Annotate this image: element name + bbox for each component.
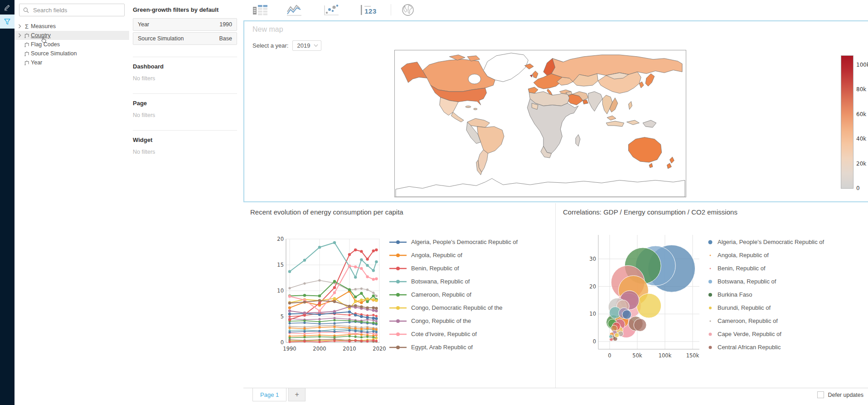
hierarchy-icon: [23, 42, 31, 47]
toolbar-separator: [391, 4, 391, 15]
tree-item-flag-codes[interactable]: Flag Codes: [15, 40, 129, 49]
defer-updates-checkbox[interactable]: [817, 391, 824, 398]
search-fields-box[interactable]: [19, 4, 125, 16]
hierarchy-icon: [23, 33, 31, 38]
legend-label: Central African Republic: [718, 344, 781, 351]
legend-dot-swatch: [707, 332, 713, 337]
tree-item-year[interactable]: Year: [15, 58, 129, 67]
filter-section-title: Page: [133, 100, 237, 107]
legend-item[interactable]: Egypt, Arab Republic of: [389, 341, 518, 354]
filter-value: Base: [219, 35, 233, 42]
legend-item[interactable]: Central African Republic: [707, 341, 824, 354]
scatter-plot-button[interactable]: [321, 3, 341, 17]
world-choropleth-map[interactable]: [394, 50, 686, 197]
page-tab[interactable]: Page 1: [252, 388, 286, 401]
legend-label: Botswana, Republic of: [718, 278, 776, 285]
map-color-legend: [841, 55, 853, 189]
legend-item[interactable]: Burkina Faso: [707, 288, 824, 301]
edit-tool-button[interactable]: [0, 0, 15, 14]
legend-item[interactable]: Angola, Republic of: [707, 249, 824, 262]
legend-item[interactable]: Congo, Republic of the: [389, 314, 518, 327]
legend-dot-swatch: [707, 253, 713, 258]
legend-label: Botswana, Republic of: [411, 278, 470, 285]
legend-tick-label: 100k: [856, 62, 868, 68]
fields-panel: ΣMeasuresCountryFlag CodesSource Simulat…: [15, 0, 129, 405]
legend-item[interactable]: Benin, Republic of: [707, 262, 824, 275]
legend-tick-label: 60k: [856, 111, 866, 117]
legend-line-swatch: [389, 319, 407, 323]
bubble-chart-legend: Algeria, People's Democratic Republic of…: [707, 235, 824, 354]
svg-text:50k: 50k: [632, 352, 642, 359]
scatter-plot-icon: [323, 4, 339, 16]
line-chart[interactable]: 051015201990200020102020: [267, 229, 393, 361]
svg-text:30: 30: [589, 256, 596, 262]
table-chart-button[interactable]: [250, 3, 270, 17]
map-widget-title: New map: [252, 25, 283, 34]
legend-dot-swatch: [707, 292, 713, 298]
line-chart-button[interactable]: [284, 3, 304, 17]
legend-dot-swatch: [707, 279, 713, 284]
tree-item-label: Source Simulation: [31, 50, 77, 57]
line-chart-legend: Algeria, People's Democratic Republic of…: [389, 235, 518, 354]
filter-field-label: Year: [138, 21, 149, 28]
legend-item[interactable]: Cameroon, Republic of: [707, 314, 824, 327]
page-tab-bar: Page 1 +: [243, 388, 868, 405]
legend-dot-swatch: [707, 239, 713, 245]
legend-label: Cote d'Ivoire, Republic of: [411, 331, 477, 337]
line-widget-title: Recent evolution of energy consumption p…: [250, 208, 403, 216]
svg-text:150k: 150k: [686, 352, 699, 359]
mouse-cursor-icon: [41, 36, 47, 44]
add-page-button[interactable]: +: [288, 388, 305, 401]
legend-item[interactable]: Congo, Democratic Republic of the: [389, 301, 518, 314]
legend-label: Egypt, Arab Republic of: [411, 344, 473, 351]
search-fields-input[interactable]: [32, 6, 121, 14]
filter-field-label: Source Simulation: [138, 35, 184, 42]
legend-label: Angola, Republic of: [718, 252, 769, 259]
legend-item[interactable]: Cape Verde, Republic of: [707, 327, 824, 341]
legend-label: Angola, Republic of: [411, 252, 462, 259]
filters-panel-title: Green-growth filters by default: [133, 6, 237, 13]
filter-value: 1990: [219, 21, 232, 28]
filter-section-title: Widget: [133, 137, 237, 143]
kpi-123-text: 123: [364, 7, 377, 15]
table-chart-icon: [252, 4, 268, 16]
legend-tick-label: 0: [856, 185, 860, 191]
legend-item[interactable]: Cameroon, Republic of: [389, 288, 518, 301]
default-filter-year[interactable]: Year1990: [133, 18, 237, 31]
default-filter-source-simulation[interactable]: Source SimulationBase: [133, 32, 237, 45]
tree-item-source-simulation[interactable]: Source Simulation: [15, 49, 129, 58]
legend-item[interactable]: Angola, Republic of: [389, 249, 518, 262]
defer-updates-label: Defer updates: [828, 392, 863, 398]
map-widget[interactable]: New map Select a year: 2019: [243, 20, 868, 202]
kpi-number-button[interactable]: 123: [359, 3, 378, 17]
expand-chevron-icon[interactable]: [16, 33, 23, 38]
legend-item[interactable]: Algeria, People's Democratic Republic of: [389, 235, 518, 249]
legend-item[interactable]: Botswana, Republic of: [389, 275, 518, 288]
legend-tick-label: 40k: [856, 136, 866, 142]
svg-text:2020: 2020: [373, 346, 386, 352]
legend-line-swatch: [389, 253, 407, 258]
svg-text:15: 15: [277, 262, 284, 268]
map-globe-button[interactable]: [398, 3, 418, 17]
legend-dot-swatch: [707, 266, 713, 271]
filters-tool-button[interactable]: [0, 15, 15, 29]
svg-text:0: 0: [281, 339, 284, 346]
tree-item-measures[interactable]: ΣMeasures: [15, 22, 129, 31]
expand-chevron-icon[interactable]: [16, 24, 23, 29]
legend-line-swatch: [389, 279, 407, 284]
legend-item[interactable]: Botswana, Republic of: [707, 275, 824, 288]
legend-item[interactable]: Algeria, People's Democratic Republic of: [707, 235, 824, 249]
search-icon: [23, 7, 29, 13]
legend-item[interactable]: Cote d'Ivoire, Republic of: [389, 327, 518, 341]
svg-text:20: 20: [589, 283, 596, 290]
tree-item-label: Measures: [31, 23, 56, 29]
tree-item-country[interactable]: Country: [15, 31, 129, 40]
filter-section-page: PageNo filters: [133, 93, 237, 118]
year-dropdown[interactable]: 2019: [292, 40, 322, 51]
legend-item[interactable]: Benin, Republic of: [389, 262, 518, 275]
legend-label: Benin, Republic of: [718, 265, 766, 272]
legend-label: Algeria, People's Democratic Republic of: [411, 239, 518, 245]
legend-label: Burundi, Republic of: [718, 304, 771, 311]
legend-item[interactable]: Burundi, Republic of: [707, 301, 824, 314]
bubble-chart[interactable]: 0102030050k100k150k: [589, 229, 712, 361]
